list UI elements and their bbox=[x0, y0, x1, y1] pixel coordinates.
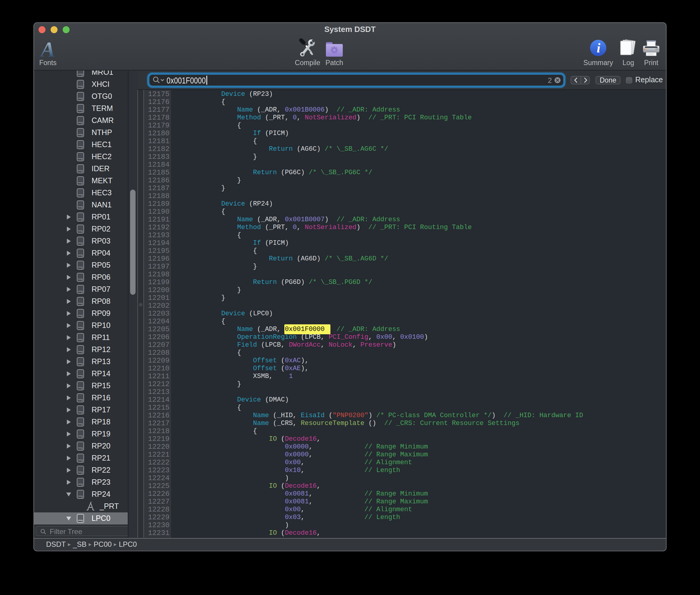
svg-text:i: i bbox=[597, 41, 601, 55]
